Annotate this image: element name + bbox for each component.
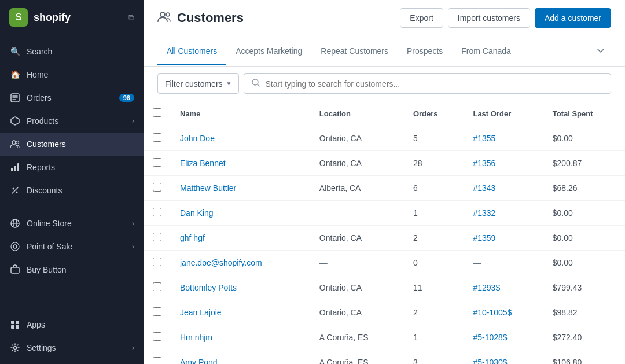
last-order-link[interactable]: #1343 <box>473 183 495 193</box>
select-all-header[interactable] <box>144 101 171 126</box>
customer-name-link[interactable]: Amy Pond <box>180 358 218 364</box>
search-box <box>244 73 611 94</box>
row-name: ghf hgf <box>171 226 310 251</box>
col-name: Name <box>171 101 310 126</box>
discounts-icon <box>9 185 21 196</box>
row-location: Alberta, CA <box>310 176 404 201</box>
sidebar-item-apps[interactable]: Apps <box>0 313 144 336</box>
customers-table: Name Location Orders Last Order Total Sp… <box>144 101 625 364</box>
row-checkbox-cell[interactable] <box>144 151 171 176</box>
filter-customers-button[interactable]: Filter customers ▼ <box>157 73 239 94</box>
svg-rect-16 <box>16 325 19 329</box>
tabs-more-button[interactable] <box>590 36 611 66</box>
row-checkbox[interactable] <box>153 233 161 241</box>
customer-name-link[interactable]: John Doe <box>180 134 215 143</box>
sidebar-item-label: Orders <box>27 93 119 102</box>
last-order-link[interactable]: #5-1028$ <box>473 333 507 342</box>
row-checkbox[interactable] <box>153 208 161 216</box>
sidebar-item-reports[interactable]: Reports <box>0 156 144 179</box>
row-checkbox[interactable] <box>153 357 161 364</box>
table-body: John Doe Ontario, CA 5 #1355 $0.00 Eliza… <box>144 126 625 365</box>
row-location: Ontario, CA <box>310 226 404 251</box>
customer-name-link[interactable]: ghf hgf <box>180 233 205 242</box>
row-checkbox-cell[interactable] <box>144 126 171 151</box>
row-last-order: #1359 <box>464 226 543 251</box>
row-orders: 3 <box>404 350 464 365</box>
sidebar-item-online-store[interactable]: Online Store › <box>0 212 144 235</box>
export-button[interactable]: Export <box>400 8 443 28</box>
last-order-link[interactable]: #5-1030$ <box>473 358 507 364</box>
row-checkbox-cell[interactable] <box>144 325 171 350</box>
col-location: Location <box>310 101 404 126</box>
customer-name-link[interactable]: Jean Lajoie <box>180 308 222 317</box>
sidebar-logo[interactable]: S shopify ⧉ <box>0 0 144 35</box>
search-icon: 🔍 <box>9 46 21 57</box>
row-checkbox-cell[interactable] <box>144 226 171 251</box>
orders-badge: 96 <box>119 94 134 102</box>
sidebar-item-customers[interactable]: Customers <box>0 133 144 156</box>
last-order-link[interactable]: #1356 <box>473 159 495 168</box>
sidebar-item-orders[interactable]: Orders 96 <box>0 86 144 109</box>
external-link-icon[interactable]: ⧉ <box>128 13 134 23</box>
row-total-spent: $106.80 <box>543 350 625 365</box>
customer-name-link[interactable]: Hm nhjm <box>180 333 212 342</box>
tab-accepts-marketing[interactable]: Accepts Marketing <box>226 38 311 65</box>
svg-point-2 <box>16 141 19 144</box>
row-checkbox[interactable] <box>153 158 161 167</box>
customer-name-link[interactable]: Bottomley Potts <box>180 283 237 292</box>
svg-point-19 <box>166 13 170 16</box>
tab-from-canada[interactable]: From Canada <box>452 38 520 65</box>
customer-name-link[interactable]: Matthew Buttler <box>180 183 236 193</box>
svg-rect-14 <box>16 321 19 324</box>
tab-repeat-customers[interactable]: Repeat Customers <box>311 38 398 65</box>
chevron-right-icon: › <box>132 344 134 352</box>
row-checkbox[interactable] <box>153 282 161 291</box>
row-last-order: #5-1030$ <box>464 350 543 365</box>
row-checkbox[interactable] <box>153 133 161 142</box>
customer-name-link[interactable]: Eliza Bennet <box>180 159 226 168</box>
row-name: Hm nhjm <box>171 325 310 350</box>
sidebar-item-label: Settings <box>27 343 132 352</box>
row-checkbox[interactable] <box>153 332 161 341</box>
row-name: Jean Lajoie <box>171 300 310 325</box>
table-row: jane.doe@shopify.com — 0 — $0.00 <box>144 251 625 275</box>
row-last-order: #1293$ <box>464 275 543 300</box>
page-header-actions: Export Import customers Add a customer <box>400 8 611 28</box>
last-order-link[interactable]: #1293$ <box>473 283 500 292</box>
import-customers-button[interactable]: Import customers <box>448 8 530 28</box>
row-orders: 5 <box>404 126 464 151</box>
row-checkbox-cell[interactable] <box>144 251 171 275</box>
row-total-spent: $0.00 <box>543 126 625 151</box>
row-checkbox[interactable] <box>153 183 161 192</box>
row-checkbox-cell[interactable] <box>144 275 171 300</box>
sidebar-item-discounts[interactable]: Discounts <box>0 179 144 202</box>
search-input[interactable] <box>265 79 604 89</box>
sidebar-item-buy-button[interactable]: Buy Button <box>0 258 144 281</box>
row-total-spent: $98.82 <box>543 300 625 325</box>
customer-name-link[interactable]: Dan King <box>180 208 214 218</box>
sidebar-item-home[interactable]: 🏠 Home <box>0 63 144 86</box>
sidebar-item-point-of-sale[interactable]: Point of Sale › <box>0 235 144 258</box>
last-order-link[interactable]: #10-1005$ <box>473 308 512 317</box>
svg-point-1 <box>12 141 16 144</box>
last-order-link[interactable]: #1355 <box>473 134 495 143</box>
row-checkbox-cell[interactable] <box>144 350 171 365</box>
row-location: Ontario, CA <box>310 275 404 300</box>
sidebar-item-search[interactable]: 🔍 Search <box>0 40 144 63</box>
row-checkbox-cell[interactable] <box>144 201 171 226</box>
select-all-checkbox[interactable] <box>153 108 161 117</box>
last-order-link[interactable]: #1359 <box>473 233 495 242</box>
customer-name-link[interactable]: jane.doe@shopify.com <box>180 258 262 267</box>
shopify-logo-icon: S <box>9 8 28 27</box>
tab-all-customers[interactable]: All Customers <box>157 38 226 65</box>
add-customer-button[interactable]: Add a customer <box>535 8 611 28</box>
svg-rect-4 <box>14 166 16 171</box>
row-checkbox[interactable] <box>153 307 161 316</box>
tab-prospects[interactable]: Prospects <box>398 38 452 65</box>
sidebar-item-products[interactable]: Products › <box>0 109 144 133</box>
row-checkbox-cell[interactable] <box>144 300 171 325</box>
sidebar-item-settings[interactable]: Settings › <box>0 336 144 359</box>
last-order-link[interactable]: #1332 <box>473 208 495 218</box>
row-checkbox[interactable] <box>153 258 161 266</box>
row-checkbox-cell[interactable] <box>144 176 171 201</box>
